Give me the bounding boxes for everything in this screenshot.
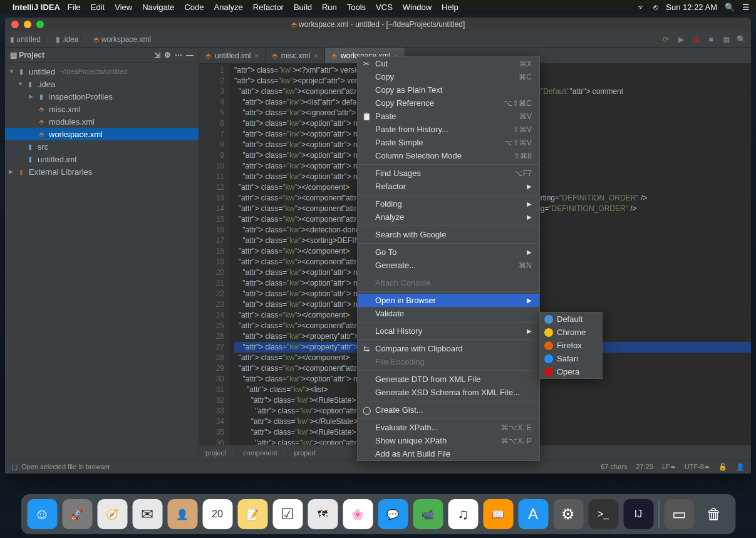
build-icon[interactable]: ⟳ [661, 34, 671, 44]
layout-icon[interactable]: ▦ [721, 34, 731, 44]
context-menu-item[interactable]: Generate DTD from XML File [358, 373, 539, 386]
status-lock-icon[interactable]: 🔓 [718, 463, 727, 471]
dock-app-photos[interactable]: 🌸 [343, 499, 373, 529]
dock-app-reminders[interactable]: ☑ [272, 499, 303, 529]
tree-folder-inspection[interactable]: ▶▮inspectionProfiles [5, 90, 199, 103]
menubar-item[interactable]: Code [184, 3, 204, 12]
dock-app-intellij[interactable]: IJ [623, 499, 653, 529]
context-menu-item[interactable]: Find Usages⌥F7 [358, 167, 539, 180]
context-menu-item[interactable]: Validate [358, 307, 539, 320]
menubar-item[interactable]: Refactor [253, 3, 284, 12]
tree-file-modules[interactable]: ⬘modules.xml [5, 115, 199, 128]
context-menu-item[interactable]: Paste from History...⇧⌘V [358, 123, 539, 136]
context-menu-item[interactable]: ◯Create Gist... [358, 403, 539, 416]
browser-menu-item[interactable]: Safari [541, 352, 602, 365]
collapse-icon[interactable]: ⇲ [154, 51, 160, 59]
browser-menu-item[interactable]: Default [541, 313, 602, 326]
context-menu-item[interactable]: Column Selection Mode⇧⌘8 [358, 149, 539, 162]
search-icon[interactable]: 🔍 [736, 34, 746, 44]
minimize-window-button[interactable] [24, 21, 31, 28]
context-menu-item[interactable]: Generate...⌘N [358, 259, 539, 272]
close-tab-icon[interactable]: × [314, 52, 318, 59]
close-tab-icon[interactable]: × [254, 52, 258, 59]
context-menu-item[interactable]: Paste Simple⌥⇧⌘V [358, 136, 539, 149]
dock-app-finder[interactable]: ☺ [27, 499, 57, 529]
dock-app-messages[interactable]: 💬 [378, 499, 408, 529]
menubar-item[interactable]: Analyze [214, 3, 243, 12]
menubar-item[interactable]: Run [322, 3, 337, 12]
context-menu-item[interactable]: ⇆Compare with Clipboard [358, 342, 539, 355]
sidebar-header[interactable]: ▤ Project ⇲ ⚙ ⋯ — [5, 48, 199, 63]
dock-app-safari[interactable]: 🧭 [97, 499, 127, 529]
dock-app-contacts[interactable]: 👤 [167, 499, 197, 529]
menubar-item[interactable]: Window [403, 3, 432, 12]
status-icon[interactable]: ⎋ [653, 3, 658, 12]
dock-app-mail[interactable]: ✉ [132, 499, 162, 529]
editor-tab[interactable]: ⬘misc.xml× [266, 48, 325, 63]
status-line-sep[interactable]: LF≑ [662, 463, 676, 471]
settings-icon[interactable]: ⚙ [164, 51, 171, 59]
browser-menu-item[interactable]: Opera [541, 365, 602, 378]
menubar-item[interactable]: Tools [347, 3, 366, 12]
context-menu-item[interactable]: Evaluate XPath...⌘⌥X, E [358, 421, 539, 434]
dock-app-itunes[interactable]: ♫ [448, 499, 478, 529]
minimize-icon[interactable]: — [186, 51, 194, 59]
context-menu-item[interactable]: Copy as Plain Text [358, 83, 539, 96]
context-menu-item[interactable]: Copy Reference⌥⇧⌘C [358, 96, 539, 110]
maximize-window-button[interactable] [36, 21, 44, 28]
dock-app-appstore[interactable]: A [518, 499, 548, 529]
breadcrumb[interactable]: ▮ untitled [10, 35, 41, 44]
dock-app-notes[interactable]: 📝 [237, 499, 267, 529]
dock-app-calendar[interactable]: 20 [202, 499, 232, 529]
menubar-item[interactable]: Edit [91, 3, 105, 12]
stop-icon[interactable]: ■ [706, 34, 716, 44]
menubar-item[interactable]: File [68, 3, 81, 12]
editor-tab[interactable]: ⬘untitled.iml× [199, 48, 266, 63]
close-window-button[interactable] [11, 21, 19, 28]
context-menu-item[interactable]: Folding▶ [358, 197, 539, 210]
breadcrumb[interactable]: ⬘ workspace.xml [93, 35, 151, 44]
dock-app-terminal[interactable]: >_ [588, 499, 618, 529]
dock-app-preferences[interactable]: ⚙ [553, 499, 583, 529]
context-menu-item[interactable]: Open in Browser▶ [358, 294, 539, 307]
browser-menu-item[interactable]: Firefox [541, 339, 602, 352]
spotlight-icon[interactable]: 🔍 [725, 3, 735, 12]
tree-file-misc[interactable]: ⬘misc.xml [5, 103, 199, 115]
app-name[interactable]: IntelliJ IDEA [13, 3, 60, 12]
tree-file-iml[interactable]: ▮untitled.iml [5, 153, 199, 165]
run-icon[interactable]: ▶ [676, 34, 686, 44]
context-menu-item[interactable]: 📋Paste⌘V [358, 110, 539, 123]
wifi-icon[interactable]: ᯤ [638, 3, 646, 12]
tree-root[interactable]: ▼▮untitled~/IdeaProjects/untitled [5, 65, 199, 78]
dock-app-maps[interactable]: 🗺 [308, 499, 338, 529]
status-position[interactable]: 27:29 [636, 463, 653, 471]
tree-folder-src[interactable]: ▮src [5, 140, 199, 153]
context-menu-item[interactable]: Go To▶ [358, 246, 539, 259]
context-menu-item[interactable]: Local History▶ [358, 324, 539, 338]
dock-app-ibooks[interactable]: 📖 [483, 499, 513, 529]
debug-icon[interactable]: 🐞 [691, 34, 701, 44]
menubar-item[interactable]: VCS [376, 3, 393, 12]
clock[interactable]: Sun 12:22 AM [666, 3, 717, 12]
dock-recent[interactable]: ▭ [664, 499, 694, 529]
tree-file-workspace[interactable]: ⬘workspace.xml [5, 128, 199, 140]
context-menu-item[interactable]: ✂Cut⌘X [358, 57, 539, 70]
browser-menu-item[interactable]: Chrome [541, 326, 602, 339]
status-inspect-icon[interactable]: 👤 [736, 463, 745, 471]
context-menu-item[interactable]: Analyze▶ [358, 210, 539, 224]
context-menu-item[interactable]: Copy⌘C [358, 70, 539, 83]
dock-app-launchpad[interactable]: 🚀 [62, 499, 92, 529]
dock-trash[interactable]: 🗑 [699, 499, 729, 529]
context-menu-item[interactable]: Search with Google [358, 228, 539, 241]
menu-icon[interactable]: ☰ [742, 3, 750, 12]
menubar-item[interactable]: Help [442, 3, 458, 12]
menubar-item[interactable]: View [115, 3, 132, 12]
tree-folder-idea[interactable]: ▼▮.idea [5, 78, 199, 90]
context-menu-item[interactable]: Show unique XPath⌘⌥X, P [358, 434, 539, 447]
breadcrumb[interactable]: ▮ .idea [56, 35, 78, 44]
context-menu-item[interactable]: Generate XSD Schema from XML File... [358, 386, 539, 399]
context-menu-item[interactable]: Refactor▶ [358, 180, 539, 193]
status-encoding[interactable]: UTF-8≑ [685, 463, 710, 471]
hide-icon[interactable]: ⋯ [175, 51, 182, 59]
tree-external-libs[interactable]: ▶⫼External Libraries [5, 165, 199, 178]
